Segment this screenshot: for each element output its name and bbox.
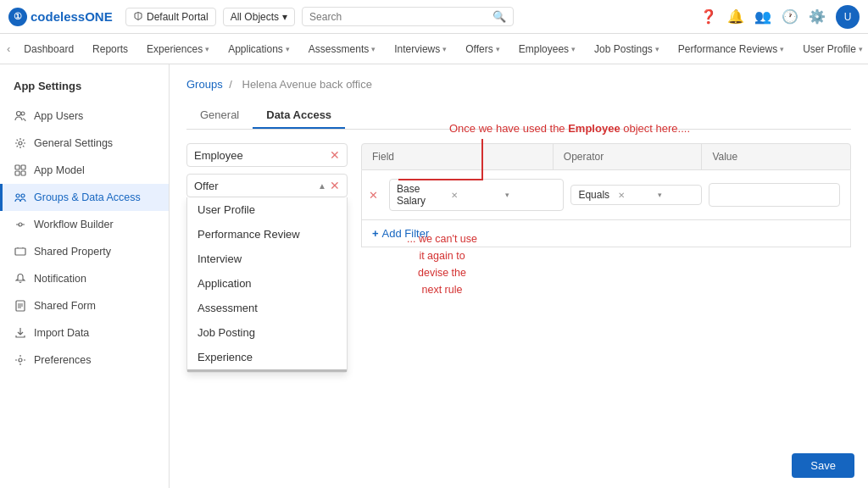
notifications-icon[interactable]: 🔔: [727, 8, 744, 25]
offer-remove-button[interactable]: ✕: [330, 179, 340, 192]
nav-item-assessments[interactable]: Assessments▾: [300, 38, 384, 60]
property-icon: [14, 245, 27, 258]
employee-remove-button[interactable]: ✕: [330, 148, 340, 162]
employee-object-row: Employee ✕: [186, 143, 348, 167]
nav-item-dashboard[interactable]: Dashboard: [15, 38, 82, 60]
row-remove-button[interactable]: ✕: [369, 189, 386, 202]
dropdown-item-application[interactable]: Application: [187, 271, 347, 296]
field-clear-icon[interactable]: ✕: [451, 191, 502, 200]
chevron-down-icon: ▾: [282, 11, 287, 23]
tab-general[interactable]: General: [186, 103, 253, 129]
dropdown-item-experience[interactable]: Experience: [187, 345, 347, 372]
operator-cell: Equals ✕ ▾: [567, 181, 705, 208]
nav-item-reports[interactable]: Reports: [84, 38, 136, 60]
chevron-up-icon: ▲: [318, 181, 326, 191]
sidebar-label: Notification: [34, 273, 86, 285]
chevron-down-icon: ▾: [655, 45, 659, 53]
save-button[interactable]: Save: [792, 453, 854, 478]
object-selector-wrapper: Offer ▲ ✕ User Profile Performance Revie…: [186, 174, 348, 373]
sidebar-label: General Settings: [34, 137, 113, 149]
nav-item-experiences[interactable]: Experiences▾: [138, 38, 218, 60]
svg-rect-6: [21, 171, 25, 175]
operator-clear-icon[interactable]: ✕: [618, 191, 654, 200]
nav-item-employees[interactable]: Employees▾: [510, 38, 584, 60]
sidebar-title: App Settings: [0, 73, 169, 103]
model-icon: [14, 164, 27, 177]
operator-selector[interactable]: Equals ✕ ▾: [570, 185, 702, 205]
chevron-down-icon: ▾: [496, 45, 500, 53]
sidebar-item-workflow-builder[interactable]: Workflow Builder: [0, 211, 169, 238]
portal-label: Default Portal: [147, 11, 209, 23]
plus-icon: +: [372, 227, 379, 240]
nav-item-applications[interactable]: Applications▾: [220, 38, 298, 60]
logo-text: codelessONE: [31, 9, 113, 24]
tabs: General Data Access: [186, 103, 851, 130]
column-header-field: Field: [362, 144, 554, 169]
sidebar-item-shared-form[interactable]: Shared Form: [0, 292, 169, 319]
tab-data-access[interactable]: Data Access: [253, 103, 345, 129]
sidebar-item-shared-property[interactable]: Shared Property: [0, 238, 169, 265]
left-panel: Employee ✕ Offer ▲ ✕ User Profile Perfor…: [186, 143, 348, 373]
breadcrumb: Groups / Helena Avenue back office: [186, 78, 851, 91]
workflow-icon: [14, 218, 27, 231]
sidebar-label: Import Data: [34, 327, 89, 339]
dropdown-item-interview[interactable]: Interview: [187, 247, 347, 271]
svg-point-11: [19, 358, 22, 362]
svg-point-1: [21, 112, 25, 115]
preferences-icon: [14, 353, 27, 367]
dropdown-item-assessment[interactable]: Assessment: [187, 296, 347, 320]
svg-point-7: [16, 194, 19, 197]
chevron-down-icon: ▾: [859, 45, 863, 53]
logo-icon: ①: [8, 8, 27, 26]
nav-item-performance-reviews[interactable]: Performance Reviews▾: [670, 38, 793, 60]
history-icon[interactable]: 🕐: [782, 8, 798, 25]
sidebar: App Settings App Users General Settings …: [0, 64, 170, 488]
dropdown-item-performance-review[interactable]: Performance Review: [187, 222, 347, 247]
sidebar-item-app-model[interactable]: App Model: [0, 157, 169, 184]
sidebar-item-general-settings[interactable]: General Settings: [0, 130, 169, 157]
sidebar-item-notification[interactable]: Notification: [0, 265, 169, 292]
breadcrumb-parent[interactable]: Groups: [186, 78, 223, 91]
chevron-down-icon: ▾: [286, 45, 290, 53]
chevron-down-icon: ▾: [371, 45, 376, 53]
sidebar-label: Shared Property: [34, 246, 111, 258]
search-bar[interactable]: 🔍: [302, 7, 514, 26]
field-cell: Base Salary ✕ ▾: [386, 175, 567, 214]
right-panel: Field Operator Value ✕ Base Salary ✕ ▾: [361, 143, 851, 373]
value-input[interactable]: [709, 183, 840, 207]
offer-selector[interactable]: Offer ▲ ✕: [186, 174, 348, 197]
nav-item-offers[interactable]: Offers▾: [457, 38, 508, 60]
nav-item-job-postings[interactable]: Job Postings▾: [586, 38, 668, 60]
nav-prev-icon[interactable]: ‹: [3, 42, 14, 55]
add-filter-button[interactable]: + Add Filter: [361, 220, 851, 247]
users-icon[interactable]: 👥: [754, 8, 771, 25]
chevron-down-icon: ▾: [780, 45, 784, 53]
svg-rect-9: [15, 248, 25, 255]
help-icon[interactable]: ❓: [700, 8, 717, 25]
sidebar-label: App Model: [34, 164, 85, 176]
avatar[interactable]: U: [836, 5, 860, 29]
sidebar-item-groups-data-access[interactable]: Groups & Data Access: [0, 184, 169, 211]
dropdown-item-user-profile[interactable]: User Profile: [187, 197, 347, 222]
sidebar-item-import-data[interactable]: Import Data: [0, 319, 169, 347]
main-content: Groups / Helena Avenue back office Gener…: [170, 64, 868, 488]
all-objects-button[interactable]: All Objects ▾: [223, 8, 295, 26]
dropdown-item-job-posting[interactable]: Job Posting: [187, 320, 347, 345]
settings-icon[interactable]: ⚙️: [809, 8, 826, 25]
nav-item-interviews[interactable]: Interviews▾: [386, 38, 455, 60]
column-header-value: Value: [702, 144, 850, 169]
dropdown-list: User Profile Performance Review Intervie…: [186, 197, 348, 373]
search-input[interactable]: [309, 11, 492, 23]
svg-point-2: [19, 141, 22, 145]
nav-item-user-profile[interactable]: User Profile▾: [794, 38, 868, 60]
field-selector[interactable]: Base Salary ✕ ▾: [389, 179, 564, 211]
nav-bar: ‹ Dashboard Reports Experiences▾ Applica…: [0, 34, 868, 64]
sidebar-item-app-users[interactable]: App Users: [0, 103, 169, 130]
portal-button[interactable]: Default Portal: [125, 8, 216, 26]
table-header: Field Operator Value: [361, 143, 851, 170]
sidebar-item-preferences[interactable]: Preferences: [0, 347, 169, 374]
operator-value: Equals: [578, 189, 615, 201]
svg-point-8: [21, 194, 25, 197]
sidebar-label: App Users: [34, 110, 83, 122]
users-icon: [14, 109, 27, 123]
